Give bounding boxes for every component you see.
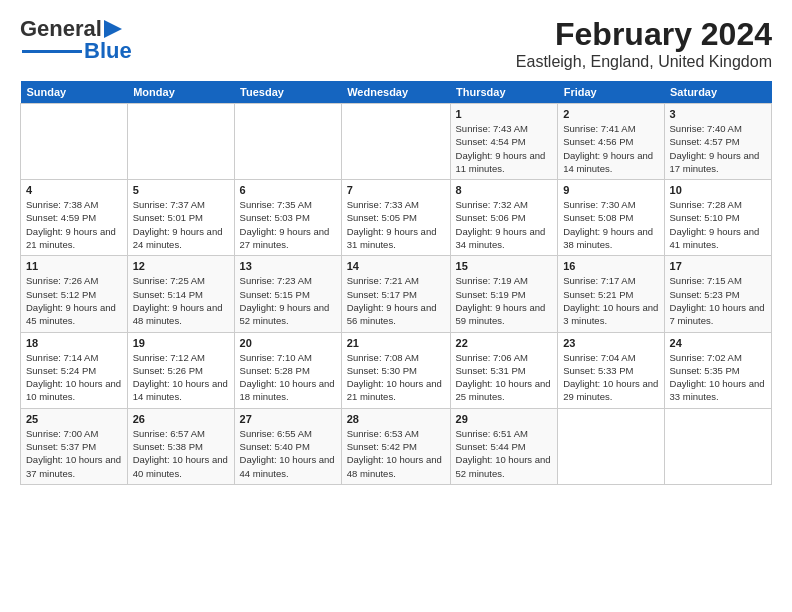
day-info: Sunrise: 7:43 AM Sunset: 4:54 PM Dayligh…: [456, 122, 553, 175]
svg-marker-0: [104, 20, 122, 38]
day-info: Sunrise: 7:06 AM Sunset: 5:31 PM Dayligh…: [456, 351, 553, 404]
day-number: 11: [26, 260, 122, 272]
day-info: Sunrise: 7:26 AM Sunset: 5:12 PM Dayligh…: [26, 274, 122, 327]
day-info: Sunrise: 7:35 AM Sunset: 5:03 PM Dayligh…: [240, 198, 336, 251]
col-sunday: Sunday: [21, 81, 128, 104]
day-info: Sunrise: 7:02 AM Sunset: 5:35 PM Dayligh…: [670, 351, 766, 404]
calendar-cell: 2 Sunrise: 7:41 AM Sunset: 4:56 PM Dayli…: [558, 104, 664, 180]
day-number: 15: [456, 260, 553, 272]
calendar-cell: 27 Sunrise: 6:55 AM Sunset: 5:40 PM Dayl…: [234, 408, 341, 484]
day-number: 1: [456, 108, 553, 120]
day-number: 3: [670, 108, 766, 120]
day-info: Sunrise: 7:37 AM Sunset: 5:01 PM Dayligh…: [133, 198, 229, 251]
calendar-cell: 22 Sunrise: 7:06 AM Sunset: 5:31 PM Dayl…: [450, 332, 558, 408]
calendar-cell: 3 Sunrise: 7:40 AM Sunset: 4:57 PM Dayli…: [664, 104, 771, 180]
day-number: 14: [347, 260, 445, 272]
day-info: Sunrise: 7:19 AM Sunset: 5:19 PM Dayligh…: [456, 274, 553, 327]
day-number: 17: [670, 260, 766, 272]
day-info: Sunrise: 7:21 AM Sunset: 5:17 PM Dayligh…: [347, 274, 445, 327]
logo-blue-text: Blue: [84, 38, 132, 64]
col-thursday: Thursday: [450, 81, 558, 104]
day-info: Sunrise: 6:51 AM Sunset: 5:44 PM Dayligh…: [456, 427, 553, 480]
col-monday: Monday: [127, 81, 234, 104]
calendar-cell: [127, 104, 234, 180]
day-info: Sunrise: 7:14 AM Sunset: 5:24 PM Dayligh…: [26, 351, 122, 404]
calendar-cell: 13 Sunrise: 7:23 AM Sunset: 5:15 PM Dayl…: [234, 256, 341, 332]
day-info: Sunrise: 7:40 AM Sunset: 4:57 PM Dayligh…: [670, 122, 766, 175]
col-friday: Friday: [558, 81, 664, 104]
day-info: Sunrise: 7:38 AM Sunset: 4:59 PM Dayligh…: [26, 198, 122, 251]
calendar-cell: 8 Sunrise: 7:32 AM Sunset: 5:06 PM Dayli…: [450, 180, 558, 256]
day-info: Sunrise: 7:30 AM Sunset: 5:08 PM Dayligh…: [563, 198, 658, 251]
col-saturday: Saturday: [664, 81, 771, 104]
day-info: Sunrise: 7:23 AM Sunset: 5:15 PM Dayligh…: [240, 274, 336, 327]
calendar-cell: 4 Sunrise: 7:38 AM Sunset: 4:59 PM Dayli…: [21, 180, 128, 256]
calendar-header-row: Sunday Monday Tuesday Wednesday Thursday…: [21, 81, 772, 104]
calendar-cell: 1 Sunrise: 7:43 AM Sunset: 4:54 PM Dayli…: [450, 104, 558, 180]
calendar-week-row: 4 Sunrise: 7:38 AM Sunset: 4:59 PM Dayli…: [21, 180, 772, 256]
day-number: 22: [456, 337, 553, 349]
calendar-cell: 5 Sunrise: 7:37 AM Sunset: 5:01 PM Dayli…: [127, 180, 234, 256]
calendar-cell: 18 Sunrise: 7:14 AM Sunset: 5:24 PM Dayl…: [21, 332, 128, 408]
day-number: 27: [240, 413, 336, 425]
calendar-week-row: 1 Sunrise: 7:43 AM Sunset: 4:54 PM Dayli…: [21, 104, 772, 180]
calendar-cell: 15 Sunrise: 7:19 AM Sunset: 5:19 PM Dayl…: [450, 256, 558, 332]
day-number: 8: [456, 184, 553, 196]
day-number: 29: [456, 413, 553, 425]
calendar-week-row: 25 Sunrise: 7:00 AM Sunset: 5:37 PM Dayl…: [21, 408, 772, 484]
calendar-week-row: 11 Sunrise: 7:26 AM Sunset: 5:12 PM Dayl…: [21, 256, 772, 332]
calendar-subtitle: Eastleigh, England, United Kingdom: [516, 53, 772, 71]
calendar-cell: 9 Sunrise: 7:30 AM Sunset: 5:08 PM Dayli…: [558, 180, 664, 256]
day-info: Sunrise: 7:10 AM Sunset: 5:28 PM Dayligh…: [240, 351, 336, 404]
calendar-cell: 28 Sunrise: 6:53 AM Sunset: 5:42 PM Dayl…: [341, 408, 450, 484]
day-info: Sunrise: 6:55 AM Sunset: 5:40 PM Dayligh…: [240, 427, 336, 480]
day-info: Sunrise: 7:04 AM Sunset: 5:33 PM Dayligh…: [563, 351, 658, 404]
day-number: 23: [563, 337, 658, 349]
day-info: Sunrise: 7:41 AM Sunset: 4:56 PM Dayligh…: [563, 122, 658, 175]
calendar-cell: [21, 104, 128, 180]
calendar-cell: 24 Sunrise: 7:02 AM Sunset: 5:35 PM Dayl…: [664, 332, 771, 408]
calendar-cell: [664, 408, 771, 484]
calendar-cell: 21 Sunrise: 7:08 AM Sunset: 5:30 PM Dayl…: [341, 332, 450, 408]
calendar-cell: 7 Sunrise: 7:33 AM Sunset: 5:05 PM Dayli…: [341, 180, 450, 256]
calendar-cell: 17 Sunrise: 7:15 AM Sunset: 5:23 PM Dayl…: [664, 256, 771, 332]
day-info: Sunrise: 7:00 AM Sunset: 5:37 PM Dayligh…: [26, 427, 122, 480]
day-number: 19: [133, 337, 229, 349]
calendar-cell: 25 Sunrise: 7:00 AM Sunset: 5:37 PM Dayl…: [21, 408, 128, 484]
day-number: 20: [240, 337, 336, 349]
day-number: 13: [240, 260, 336, 272]
calendar-cell: 29 Sunrise: 6:51 AM Sunset: 5:44 PM Dayl…: [450, 408, 558, 484]
day-number: 24: [670, 337, 766, 349]
calendar-cell: 10 Sunrise: 7:28 AM Sunset: 5:10 PM Dayl…: [664, 180, 771, 256]
calendar-cell: 11 Sunrise: 7:26 AM Sunset: 5:12 PM Dayl…: [21, 256, 128, 332]
calendar-cell: 12 Sunrise: 7:25 AM Sunset: 5:14 PM Dayl…: [127, 256, 234, 332]
day-info: Sunrise: 7:17 AM Sunset: 5:21 PM Dayligh…: [563, 274, 658, 327]
logo: General Blue: [20, 16, 132, 64]
col-tuesday: Tuesday: [234, 81, 341, 104]
day-info: Sunrise: 7:32 AM Sunset: 5:06 PM Dayligh…: [456, 198, 553, 251]
day-info: Sunrise: 7:28 AM Sunset: 5:10 PM Dayligh…: [670, 198, 766, 251]
day-number: 26: [133, 413, 229, 425]
calendar-cell: 26 Sunrise: 6:57 AM Sunset: 5:38 PM Dayl…: [127, 408, 234, 484]
calendar-cell: 23 Sunrise: 7:04 AM Sunset: 5:33 PM Dayl…: [558, 332, 664, 408]
calendar-cell: [558, 408, 664, 484]
day-info: Sunrise: 6:57 AM Sunset: 5:38 PM Dayligh…: [133, 427, 229, 480]
day-info: Sunrise: 6:53 AM Sunset: 5:42 PM Dayligh…: [347, 427, 445, 480]
col-wednesday: Wednesday: [341, 81, 450, 104]
calendar-cell: 16 Sunrise: 7:17 AM Sunset: 5:21 PM Dayl…: [558, 256, 664, 332]
calendar-cell: 14 Sunrise: 7:21 AM Sunset: 5:17 PM Dayl…: [341, 256, 450, 332]
day-number: 2: [563, 108, 658, 120]
calendar-cell: 20 Sunrise: 7:10 AM Sunset: 5:28 PM Dayl…: [234, 332, 341, 408]
day-number: 6: [240, 184, 336, 196]
day-number: 9: [563, 184, 658, 196]
day-info: Sunrise: 7:15 AM Sunset: 5:23 PM Dayligh…: [670, 274, 766, 327]
day-number: 25: [26, 413, 122, 425]
day-number: 12: [133, 260, 229, 272]
day-number: 21: [347, 337, 445, 349]
header: General Blue February 2024 Eastleigh, En…: [20, 16, 772, 71]
day-number: 4: [26, 184, 122, 196]
calendar-table: Sunday Monday Tuesday Wednesday Thursday…: [20, 81, 772, 485]
day-info: Sunrise: 7:25 AM Sunset: 5:14 PM Dayligh…: [133, 274, 229, 327]
day-number: 18: [26, 337, 122, 349]
day-number: 16: [563, 260, 658, 272]
